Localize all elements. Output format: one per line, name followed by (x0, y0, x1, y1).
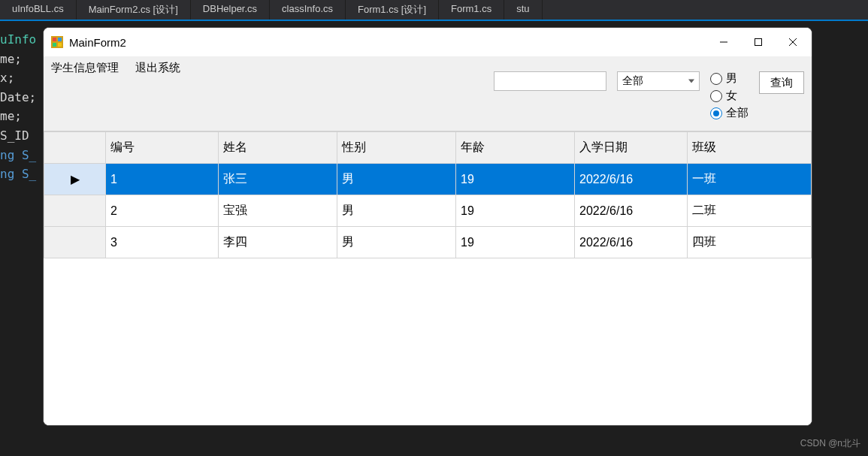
cell-id[interactable]: 3 (106, 227, 219, 258)
search-input[interactable] (494, 71, 606, 91)
radio-icon (710, 90, 722, 102)
column-age[interactable]: 年龄 (456, 132, 575, 164)
tab-dbhelper[interactable]: DBHelper.cs (191, 0, 270, 20)
radio-male-label: 男 (726, 71, 737, 86)
cell-name[interactable]: 李四 (219, 227, 337, 258)
radio-female[interactable]: 女 (710, 89, 749, 103)
svg-rect-3 (53, 43, 56, 47)
table-row[interactable]: ▶ 1 张三 男 19 2022/6/16 一班 (44, 164, 812, 195)
table-row[interactable]: 3 李四 男 19 2022/6/16 四班 (44, 227, 812, 258)
row-indicator[interactable] (44, 227, 106, 258)
query-button[interactable]: 查询 (759, 71, 804, 94)
radio-all[interactable]: 全部 (710, 106, 749, 120)
tab-mainform2-design[interactable]: MainForm2.cs [设计] (77, 0, 191, 20)
row-indicator[interactable]: ▶ (44, 164, 106, 195)
cell-name[interactable]: 宝强 (219, 195, 337, 227)
cell-id[interactable]: 2 (106, 195, 219, 227)
tab-form1-design[interactable]: Form1.cs [设计] (346, 0, 439, 20)
column-id[interactable]: 编号 (106, 132, 219, 164)
gender-radio-group: 男 女 全部 (710, 71, 749, 120)
datagrid-area[interactable]: 编号 姓名 性别 年龄 入学日期 班级 ▶ 1 张三 男 19 2022/6/1… (44, 131, 812, 425)
student-datagrid[interactable]: 编号 姓名 性别 年龄 入学日期 班级 ▶ 1 张三 男 19 2022/6/1… (44, 131, 812, 258)
svg-rect-2 (58, 38, 62, 41)
editor-tabs: uInfoBLL.cs MainForm2.cs [设计] DBHelper.c… (0, 0, 868, 21)
mainform2-window: MainForm2 学生信息管理 退出系统 全部 (43, 27, 812, 426)
column-name[interactable]: 姓名 (219, 132, 337, 164)
radio-all-label: 全部 (726, 106, 749, 120)
svg-rect-1 (53, 38, 56, 41)
cell-age[interactable]: 19 (456, 164, 575, 195)
menu-exit-system[interactable]: 退出系统 (135, 61, 180, 75)
watermark: CSDN @n北斗 (800, 437, 860, 450)
maximize-button[interactable] (741, 30, 776, 54)
app-icon (51, 36, 63, 48)
cell-class[interactable]: 二班 (688, 195, 812, 227)
radio-icon (710, 73, 722, 85)
radio-male[interactable]: 男 (710, 71, 749, 86)
cell-class[interactable]: 四班 (688, 227, 812, 258)
table-row[interactable]: 2 宝强 男 19 2022/6/16 二班 (44, 195, 812, 227)
minimize-button[interactable] (706, 30, 741, 54)
cell-age[interactable]: 19 (456, 195, 575, 227)
tab-form1[interactable]: Form1.cs (439, 0, 504, 20)
toolbar-area: 学生信息管理 退出系统 全部 男 女 (44, 56, 812, 131)
svg-rect-4 (58, 43, 62, 47)
column-gender[interactable]: 性别 (337, 132, 456, 164)
grid-corner[interactable] (44, 132, 106, 164)
cell-class[interactable]: 一班 (688, 164, 812, 195)
close-button[interactable] (776, 30, 810, 54)
tab-stu[interactable]: stu (504, 0, 542, 20)
tab-classinfo[interactable]: classInfo.cs (270, 0, 346, 20)
column-date[interactable]: 入学日期 (575, 132, 688, 164)
cell-age[interactable]: 19 (456, 227, 575, 258)
titlebar[interactable]: MainForm2 (44, 28, 812, 56)
radio-icon (710, 107, 722, 119)
tab-uinfobl[interactable]: uInfoBLL.cs (0, 0, 77, 20)
row-indicator[interactable] (44, 195, 106, 227)
cell-gender[interactable]: 男 (337, 195, 456, 227)
cell-date[interactable]: 2022/6/16 (575, 227, 688, 258)
radio-female-label: 女 (726, 89, 737, 103)
cell-name[interactable]: 张三 (219, 164, 337, 195)
combobox-selected: 全部 (622, 74, 643, 88)
cell-id[interactable]: 1 (106, 164, 219, 195)
class-combobox[interactable]: 全部 (617, 71, 700, 91)
menu-student-info[interactable]: 学生信息管理 (51, 61, 119, 75)
svg-rect-6 (755, 39, 762, 46)
cell-date[interactable]: 2022/6/16 (575, 195, 688, 227)
cell-date[interactable]: 2022/6/16 (575, 164, 688, 195)
column-class[interactable]: 班级 (688, 132, 812, 164)
cell-gender[interactable]: 男 (337, 164, 456, 195)
cell-gender[interactable]: 男 (337, 227, 456, 258)
code-editor-background: uInfo me; x; Date; me; S_ID ng S_ ng S_ (0, 23, 36, 192)
window-title: MainForm2 (69, 36, 706, 49)
